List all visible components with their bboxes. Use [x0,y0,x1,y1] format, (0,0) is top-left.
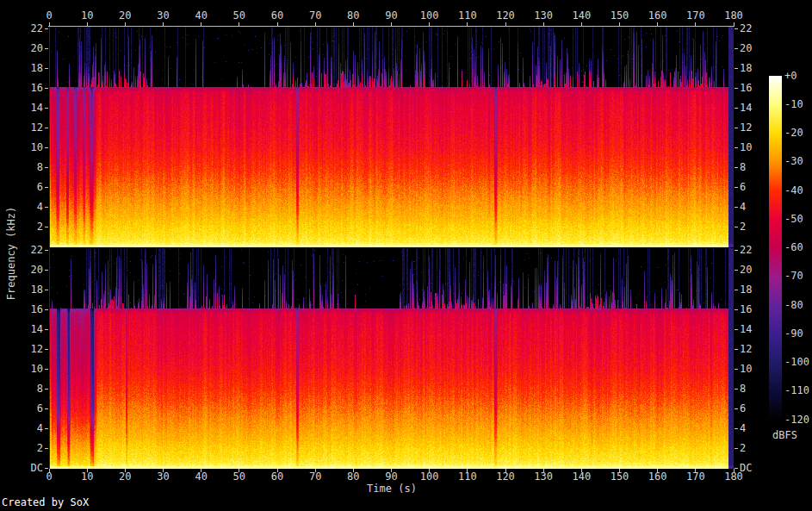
x-tick-top [353,22,354,26]
freq-tick-right [735,167,738,168]
freq-tick-label-left: 16 [0,304,43,315]
colorbar-tick-label: -100 [784,357,809,368]
freq-tick-label-left: 2 [0,443,43,454]
freq-tick-label-right: 10 [740,364,752,375]
x-tick-label-bottom: 140 [572,471,591,483]
freq-tick-label-right: 14 [740,324,752,335]
freq-tick-right [735,128,738,128]
freq-tick-left [45,270,48,271]
x-tick-label-top: 110 [458,10,477,22]
freq-tick-label-right: 12 [740,344,752,355]
freq-tick-left [45,468,48,469]
x-tick-label-bottom: 30 [157,471,169,483]
freq-tick-right [735,48,738,49]
freq-tick-label-right: 14 [740,103,752,114]
freq-tick-right [735,28,738,29]
freq-tick-label-left: 4 [0,423,43,434]
freq-tick-label-right: 2 [740,221,746,233]
x-tick-label-bottom: 0 [46,471,52,483]
colorbar-tick-label: -70 [784,271,803,282]
freq-tick-label-left: 4 [0,202,43,213]
x-tick-top [277,22,278,26]
x-tick-top [429,22,430,26]
freq-tick-left [45,408,48,409]
freq-tick-label-right: 4 [740,202,746,213]
freq-tick-label-right: 18 [740,63,752,74]
freq-tick-label-right: 12 [740,122,752,134]
freq-tick-label-left: 10 [0,142,43,153]
dbfs-colorbar [769,76,782,421]
freq-tick-right [735,88,738,89]
freq-tick-label-left: 12 [0,122,43,134]
x-tick-label-top: 40 [195,10,207,22]
x-tick-top [467,22,468,26]
freq-tick-label-left: 22 [0,245,43,256]
freq-tick-label-left: 10 [0,364,43,375]
colorbar-tick-label: -80 [784,300,803,311]
x-tick-label-bottom: 120 [496,471,515,483]
x-tick-label-top: 100 [420,10,439,22]
x-tick-label-top: 0 [46,10,52,22]
x-tick-label-bottom: 10 [81,471,93,483]
freq-tick-right [735,448,738,449]
x-tick-top [125,22,126,26]
x-tick-label-bottom: 100 [420,471,439,483]
x-tick-label-top: 180 [724,10,743,22]
colorbar-tick-label: -40 [784,185,803,196]
freq-tick-left [45,369,48,370]
colorbar-tick-label: -30 [784,156,803,167]
freq-tick-label-left: 8 [0,383,43,395]
x-tick-label-bottom: 40 [195,471,207,483]
x-tick-top [201,22,201,26]
x-tick-label-bottom: 130 [534,471,553,483]
x-tick-top [239,22,239,26]
x-tick-top [695,22,696,26]
x-tick-top [163,22,164,26]
freq-tick-label-left: 18 [0,63,43,74]
freq-tick-right [735,329,738,330]
x-tick-label-bottom: 50 [233,471,245,483]
freq-tick-right [735,468,738,469]
x-tick-label-top: 50 [233,10,245,22]
freq-tick-right [735,108,738,109]
freq-tick-left [45,227,48,227]
x-tick-label-top: 90 [385,10,397,22]
freq-tick-label-left: 8 [0,162,43,173]
freq-tick-label-left: 20 [0,265,43,276]
freq-tick-right [735,309,738,310]
freq-tick-label-right: 16 [740,304,752,315]
freq-dc-label-left: DC [0,463,43,474]
freq-tick-label-left: 6 [0,182,43,193]
freq-tick-label-right: 4 [740,423,746,434]
freq-tick-left [45,128,48,128]
freq-tick-label-left: 18 [0,284,43,296]
freq-tick-left [45,428,48,429]
x-tick-top [734,22,735,26]
freq-tick-label-left: 2 [0,221,43,233]
x-tick-label-bottom: 150 [611,471,629,483]
time-axis-title: Time (s) [367,483,417,495]
x-tick-label-top: 80 [347,10,359,22]
freq-tick-left [45,187,48,188]
freq-tick-left [45,207,48,208]
x-tick-top [505,22,506,26]
x-tick-top [315,22,316,26]
x-tick-label-bottom: 160 [648,471,667,483]
freq-tick-left [45,48,48,49]
freq-tick-right [735,369,738,370]
x-tick-label-bottom: 170 [686,471,705,483]
freq-tick-left [45,68,48,69]
colorbar-unit-label: dBFS [772,430,797,441]
sox-spectrogram-image: Frequency (kHz) Time (s) dBFS Created by… [0,0,812,511]
freq-tick-label-right: 8 [740,162,746,173]
freq-tick-label-right: 16 [740,83,752,94]
freq-tick-label-right: 10 [740,142,752,153]
x-tick-label-bottom: 70 [309,471,321,483]
x-tick-label-top: 150 [611,10,629,22]
x-tick-label-bottom: 90 [385,471,397,483]
x-tick-label-bottom: 60 [271,471,283,483]
freq-tick-label-left: 12 [0,344,43,355]
x-tick-top [391,22,392,26]
freq-tick-label-left: 20 [0,43,43,54]
freq-tick-right [735,68,738,69]
